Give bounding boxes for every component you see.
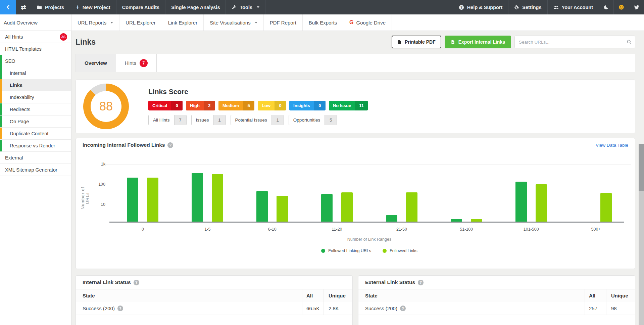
severity-count: 11 [355, 101, 368, 110]
legend-label: Followed Linking URLs [328, 248, 371, 253]
sidebar-item-label: SEO [5, 58, 15, 64]
column-header-unique: Unique [606, 289, 635, 302]
nav-bulk-exports[interactable]: Bulk Exports [303, 14, 343, 31]
view-data-table-link[interactable]: View Data Table [596, 143, 628, 148]
filter-potential-issues[interactable]: Potential Issues1 [231, 115, 284, 125]
legend-label: Followed Links [390, 248, 417, 253]
tab-overview[interactable]: Overview [76, 54, 116, 72]
sidebar-item-seo[interactable]: SEO [0, 55, 71, 67]
filter-label: Issues [192, 115, 213, 125]
search-icon[interactable] [627, 39, 632, 45]
sidebar-item-html-templates[interactable]: HTML Templates [0, 43, 71, 55]
severity-label: Critical [148, 101, 171, 110]
nav-google-drive[interactable]: GGoogle Drive [343, 14, 392, 31]
topnav-item-single-page-analysis[interactable]: Single Page Analysis [165, 0, 226, 14]
help-icon[interactable]: ? [167, 142, 173, 148]
column-header-all: All [302, 289, 324, 302]
twitter-icon [634, 5, 639, 10]
help-icon[interactable]: ? [117, 306, 123, 311]
sidebar-item-external[interactable]: External [0, 152, 71, 164]
filter-issues[interactable]: Issues1 [191, 115, 226, 125]
severity-badge-medium[interactable]: Medium5 [218, 101, 254, 110]
plus-icon: + [76, 5, 80, 10]
sidebar-item-all-hints[interactable]: All Hints36 [0, 31, 71, 43]
help-icon[interactable]: ? [418, 280, 424, 285]
topnav-item-help-support[interactable]: ?Help & Support [453, 0, 508, 14]
filter-label: All Hints [149, 115, 174, 125]
switch-audit-button[interactable]: ⇄ [16, 0, 31, 14]
severity-label: Low [258, 101, 275, 110]
help-icon[interactable]: ? [400, 306, 406, 311]
back-button[interactable] [0, 0, 16, 14]
swap-arrows-icon: ⇄ [21, 4, 26, 10]
sidebar-item-indexability[interactable]: Indexability [0, 91, 71, 103]
filter-count: 5 [325, 115, 337, 125]
table-card-internal-link-status: Internal Link Status?StateAllUniqueSucce… [76, 275, 353, 325]
legend-item-followed-links[interactable]: Followed Links [383, 248, 417, 253]
printable-pdf-button[interactable]: Printable PDF [392, 36, 441, 48]
sidebar-item-redirects[interactable]: Redirects [0, 103, 71, 115]
y-tick-label: 100 [85, 182, 105, 187]
nav-audit-overview[interactable]: Audit Overview [0, 14, 71, 31]
secondary-nav-items: URL ReportsURL ExplorerLink ExplorerSite… [71, 14, 392, 31]
gear-icon [514, 5, 519, 10]
filter-count: 1 [271, 115, 284, 125]
legend-dot-icon [383, 249, 387, 253]
topnav-item-moon[interactable] [599, 0, 613, 14]
sidebar-item-label: Links [10, 83, 22, 88]
export-internal-links-button[interactable]: Export Internal Links [445, 36, 511, 48]
sidebar-item-internal[interactable]: Internal [0, 67, 71, 79]
chart-bar [256, 191, 268, 222]
sidebar-item-on-page[interactable]: On Page [0, 115, 71, 128]
severity-badge-low[interactable]: Low0 [258, 101, 286, 110]
severity-count: 0 [314, 101, 326, 110]
nav-pdf-report[interactable]: PDF Report [264, 14, 303, 31]
topnav-item-tools[interactable]: Tools [226, 0, 265, 14]
topnav-item-label: Settings [522, 5, 541, 10]
x-tick-label: 101-500 [511, 227, 551, 232]
vertical-scrollbar[interactable] [639, 144, 644, 325]
gridline [104, 165, 631, 165]
sidebar-item-response-vs-render[interactable]: Response vs Render [0, 140, 71, 152]
topnav-item-your-account[interactable]: Your Account [547, 0, 599, 14]
chart-bar [212, 174, 223, 222]
help-icon[interactable]: ? [134, 280, 139, 285]
chart-bar [471, 219, 482, 222]
column-header-state: State [76, 289, 302, 302]
sidebar-item-xml-sitemap-generator[interactable]: XML Sitemap Generator [0, 164, 71, 176]
unique-value: 2.8K [324, 302, 352, 315]
filter-all-hints[interactable]: All Hints7 [148, 115, 187, 125]
topnav-item-compare-audits[interactable]: Compare Audits [116, 0, 165, 14]
severity-count: 5 [243, 101, 254, 110]
scrollbar-thumb[interactable] [639, 144, 644, 191]
sidebar-item-label: HTML Templates [5, 46, 42, 52]
chart-bar [192, 173, 203, 222]
sidebar-item-links[interactable]: Links [0, 79, 71, 91]
topnav-item-smiley[interactable] [613, 0, 629, 14]
nav-link-explorer[interactable]: Link Explorer [162, 14, 204, 31]
topnav-item-label: Your Account [562, 5, 593, 10]
sidebar-item-label: All Hints [5, 34, 23, 40]
nav-site-visualisations[interactable]: Site Visualisations [204, 14, 263, 31]
y-tick-label: 10 [85, 202, 105, 207]
tab-hints[interactable]: Hints7 [116, 54, 157, 72]
legend-item-followed-linking-urls[interactable]: Followed Linking URLs [321, 248, 371, 253]
topnav-item-new-project[interactable]: +New Project [70, 0, 116, 14]
filter-opportunities[interactable]: Opportunities5 [289, 115, 337, 125]
severity-badge-no-issue[interactable]: No Issue11 [329, 101, 368, 110]
incoming-links-chart-card: Incoming Internal Followed Links ? View … [76, 138, 635, 269]
severity-badge-critical[interactable]: Critical0 [148, 101, 183, 110]
topnav-item-projects[interactable]: Projects [31, 0, 70, 14]
hint-count-badge: 36 [60, 33, 67, 41]
topnav-item-label: Help & Support [467, 5, 503, 10]
nav-url-explorer[interactable]: URL Explorer [119, 14, 162, 31]
sidebar-item-duplicate-content[interactable]: Duplicate Content [0, 128, 71, 140]
severity-badge-high[interactable]: High2 [186, 101, 215, 110]
topnav-item-twitter[interactable] [629, 0, 644, 14]
search-input[interactable] [514, 36, 635, 48]
severity-label: Medium [218, 101, 243, 110]
nav-url-reports[interactable]: URL Reports [71, 14, 119, 31]
topnav-item-settings[interactable]: Settings [508, 0, 547, 14]
severity-badge-insights[interactable]: Insights0 [289, 101, 326, 110]
severity-count: 0 [171, 101, 183, 110]
